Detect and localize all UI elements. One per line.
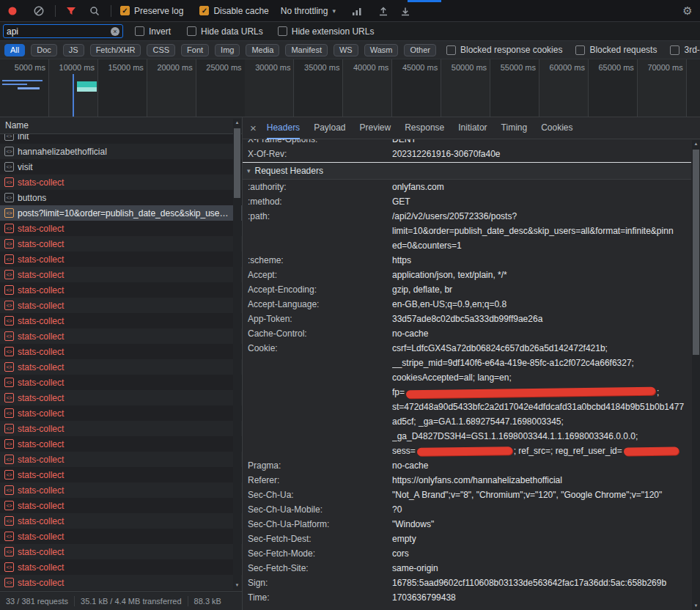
- type-filter-ws[interactable]: WS: [334, 44, 358, 56]
- throttling-dropdown[interactable]: No throttling ▾: [281, 6, 336, 16]
- har-export-icon[interactable]: [399, 4, 412, 18]
- tab-payload[interactable]: Payload: [314, 117, 345, 139]
- request-row[interactable]: <>stats-collect: [0, 344, 242, 359]
- tab-initiator[interactable]: Initiator: [458, 117, 487, 139]
- request-row[interactable]: <>stats-collect: [0, 421, 242, 436]
- blocked-requests-checkbox[interactable]: Blocked requests: [575, 45, 657, 55]
- request-list-scrollbar[interactable]: ▲ ▼: [233, 119, 241, 589]
- request-row[interactable]: <>stats-collect: [0, 359, 242, 375]
- request-row[interactable]: <>stats-collect: [0, 405, 242, 421]
- filter-input[interactable]: [7, 26, 108, 37]
- request-row[interactable]: <>stats-collect: [0, 221, 242, 236]
- header-name: Accept:: [248, 268, 392, 282]
- type-filter-fetch-xhr[interactable]: Fetch/XHR: [90, 44, 141, 56]
- scroll-down-icon[interactable]: ▼: [235, 581, 240, 589]
- header-name: Cookie:: [248, 341, 392, 356]
- hide-extension-urls-checkbox[interactable]: Hide extension URLs: [278, 26, 375, 37]
- request-type-icon: <>: [4, 378, 14, 387]
- tab-timing[interactable]: Timing: [501, 117, 528, 139]
- request-row[interactable]: <>buttons: [0, 190, 242, 205]
- request-row[interactable]: <>stats-collect: [0, 267, 242, 282]
- request-type-icon: <>: [4, 331, 14, 341]
- request-row[interactable]: <>stats-collect: [0, 436, 242, 452]
- type-filter-wasm[interactable]: Wasm: [364, 44, 399, 56]
- scroll-down-icon[interactable]: ▼: [694, 602, 699, 610]
- details-scrollbar[interactable]: ▲ ▼: [692, 140, 700, 610]
- type-filter-css[interactable]: CSS: [147, 44, 175, 56]
- settings-gear-icon[interactable]: ⚙: [681, 4, 694, 18]
- request-row[interactable]: <>stats-collect: [0, 498, 242, 513]
- request-row[interactable]: <>stats-collect: [0, 236, 242, 251]
- type-filter-other[interactable]: Other: [404, 44, 436, 56]
- request-row[interactable]: <>stats-collect: [0, 282, 242, 298]
- request-row[interactable]: <>stats-collect: [0, 529, 242, 544]
- request-row[interactable]: <>stats-collect: [0, 375, 242, 390]
- request-row[interactable]: <>posts?limit=10&order=publish_date_desc…: [0, 205, 242, 221]
- request-row[interactable]: <>stats-collect: [0, 174, 242, 190]
- tab-preview[interactable]: Preview: [360, 117, 391, 139]
- type-filter-manifest[interactable]: Manifest: [285, 44, 328, 56]
- request-row[interactable]: <>stats-collect: [0, 482, 242, 498]
- request-row[interactable]: <>hannahelizabethofficial: [0, 144, 242, 159]
- name-column-header[interactable]: Name: [0, 117, 242, 134]
- header-row: Sec-Ch-Ua-Platform:"Windows": [243, 517, 691, 532]
- type-filter-doc[interactable]: Doc: [31, 44, 57, 56]
- request-headers-section[interactable]: ▾ Request Headers: [243, 162, 691, 180]
- timeline-overview[interactable]: 5000 ms10000 ms15000 ms20000 ms25000 ms3…: [0, 59, 700, 117]
- header-row: Sec-Fetch-Dest:empty: [243, 532, 691, 546]
- scrollbar-thumb[interactable]: [693, 150, 699, 355]
- request-row[interactable]: <>stats-collect: [0, 575, 242, 590]
- header-value-line: st=472d48a90d5433bfc2a2d17042e4dfdcafd31…: [392, 400, 691, 414]
- hide-data-urls-checkbox[interactable]: Hide data URLs: [187, 26, 263, 37]
- scrollbar-thumb[interactable]: [234, 128, 240, 198]
- invert-checkbox[interactable]: Invert: [135, 26, 171, 37]
- request-row[interactable]: <>stats-collect: [0, 328, 242, 344]
- request-row[interactable]: <>stats-collect: [0, 298, 242, 313]
- request-row[interactable]: <>stats-collect: [0, 251, 242, 267]
- scroll-up-icon[interactable]: ▲: [694, 140, 699, 148]
- scroll-up-icon[interactable]: ▲: [235, 119, 240, 127]
- type-filter-js[interactable]: JS: [63, 44, 84, 56]
- request-row[interactable]: <>stats-collect: [0, 467, 242, 482]
- header-name: Sec-Fetch-Mode:: [248, 546, 392, 561]
- type-filter-img[interactable]: Img: [215, 44, 240, 56]
- disable-cache-checkbox[interactable]: ✓ Disable cache: [199, 6, 268, 16]
- type-filter-media[interactable]: Media: [246, 44, 279, 56]
- header-row: :scheme:https: [243, 253, 691, 268]
- close-details-icon[interactable]: ×: [250, 117, 257, 139]
- blocked-response-cookies-checkbox[interactable]: Blocked response cookies: [446, 45, 562, 55]
- filter-icon[interactable]: [65, 4, 78, 18]
- filter-input-box: ×: [3, 24, 123, 38]
- har-import-icon[interactable]: [377, 4, 390, 18]
- timeline-tick: 5000 ms: [0, 63, 45, 72]
- type-filter-all[interactable]: All: [4, 44, 25, 56]
- header-row: Accept:application/json, text/plain, */*: [243, 268, 691, 282]
- clear-filter-icon[interactable]: ×: [111, 27, 119, 36]
- request-row[interactable]: <>stats-collect: [0, 544, 242, 559]
- header-value: ?0: [392, 502, 691, 517]
- record-icon[interactable]: [6, 4, 19, 18]
- search-icon[interactable]: [88, 4, 101, 18]
- 3rd-party-requests-checkbox[interactable]: 3rd-party requests: [670, 45, 700, 55]
- checkbox-icon: [135, 26, 144, 36]
- tab-headers[interactable]: Headers: [267, 117, 300, 139]
- tab-cookies[interactable]: Cookies: [541, 117, 572, 139]
- preserve-log-checkbox[interactable]: ✓ Preserve log: [120, 6, 183, 16]
- header-value-line: limit=10&order=publish_date_desc&skip_us…: [392, 224, 691, 238]
- clear-icon[interactable]: [32, 4, 45, 18]
- request-type-icon: <>: [4, 393, 14, 403]
- request-name: init: [18, 134, 40, 142]
- request-row[interactable]: <>stats-collect: [0, 559, 242, 575]
- request-row[interactable]: <>stats-collect: [0, 390, 242, 405]
- header-row: :path:/api2/v2/users/20572336/posts?limi…: [243, 209, 691, 253]
- request-row[interactable]: <>visit: [0, 159, 242, 174]
- request-type-icon: <>: [4, 408, 14, 418]
- request-row[interactable]: <>stats-collect: [0, 452, 242, 467]
- tab-response[interactable]: Response: [405, 117, 444, 139]
- network-conditions-icon[interactable]: [350, 4, 364, 18]
- request-row[interactable]: <>stats-collect: [0, 313, 242, 328]
- request-row[interactable]: <>init: [0, 134, 242, 144]
- type-filter-font[interactable]: Font: [181, 44, 209, 56]
- checkbox-icon: [670, 45, 679, 55]
- request-row[interactable]: <>stats-collect: [0, 513, 242, 529]
